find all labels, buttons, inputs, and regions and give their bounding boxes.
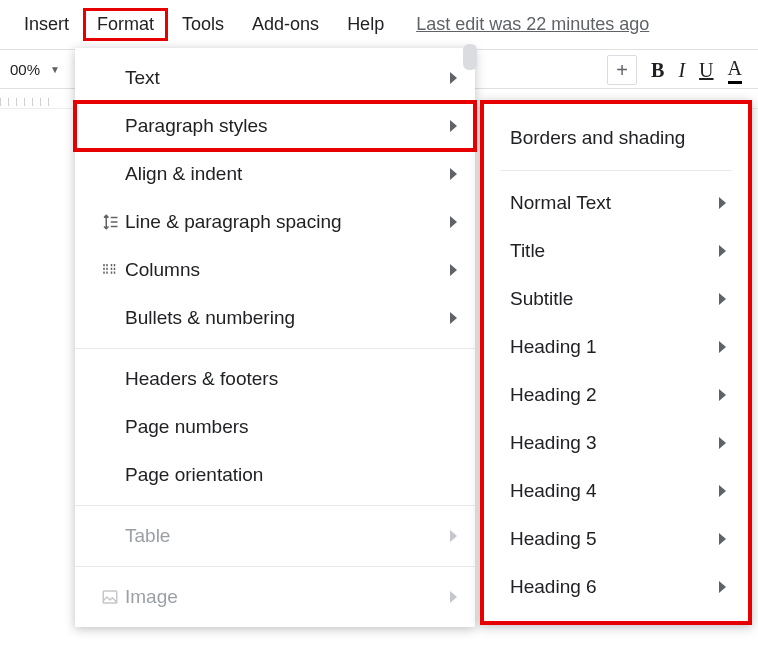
submenu-item-title[interactable]: Title (484, 227, 748, 275)
svg-rect-10 (114, 268, 116, 270)
bold-button[interactable]: B (651, 59, 664, 82)
svg-rect-1 (103, 268, 105, 270)
menu-item-label: Page numbers (125, 416, 457, 438)
menu-item-label: Columns (125, 259, 450, 281)
menu-help[interactable]: Help (333, 8, 398, 41)
chevron-right-icon (450, 120, 457, 132)
menu-separator (75, 505, 475, 506)
menu-format[interactable]: Format (83, 8, 168, 41)
chevron-right-icon (719, 437, 726, 449)
text-color-button[interactable]: A (728, 57, 742, 84)
svg-rect-5 (106, 272, 108, 274)
menu-item-label: Align & indent (125, 163, 450, 185)
submenu-item-label: Heading 3 (510, 432, 719, 454)
chevron-right-icon (719, 293, 726, 305)
line-spacing-icon (95, 213, 125, 231)
svg-rect-4 (106, 268, 108, 270)
submenu-item-label: Normal Text (510, 192, 719, 214)
chevron-right-icon (719, 485, 726, 497)
chevron-right-icon (450, 264, 457, 276)
menu-item-label: Line & paragraph spacing (125, 211, 450, 233)
chevron-right-icon (450, 168, 457, 180)
chevron-right-icon (719, 581, 726, 593)
chevron-right-icon (450, 216, 457, 228)
chevron-right-icon (719, 245, 726, 257)
submenu-item-label: Heading 5 (510, 528, 719, 550)
svg-rect-0 (103, 264, 105, 266)
submenu-item-label: Heading 1 (510, 336, 719, 358)
svg-rect-11 (114, 272, 116, 274)
menu-item-align-indent[interactable]: Align & indent (75, 150, 475, 198)
menu-item-label: Page orientation (125, 464, 457, 486)
menu-item-label: Table (125, 525, 450, 547)
menu-item-line-spacing[interactable]: Line & paragraph spacing (75, 198, 475, 246)
chevron-right-icon (450, 530, 457, 542)
underline-button[interactable]: U (699, 59, 713, 82)
menu-item-text[interactable]: Text (75, 54, 475, 102)
submenu-item-borders-shading[interactable]: Borders and shading (484, 114, 748, 162)
menu-item-headers-footers[interactable]: Headers & footers (75, 355, 475, 403)
menu-item-label: Text (125, 67, 450, 89)
ruler-ticks (0, 98, 55, 106)
menu-addons[interactable]: Add-ons (238, 8, 333, 41)
submenu-item-label: Title (510, 240, 719, 262)
menu-separator (500, 170, 732, 171)
increase-button[interactable]: + (607, 55, 637, 85)
menu-item-bullets-numbering[interactable]: Bullets & numbering (75, 294, 475, 342)
format-toolbar-right: + B I U A (607, 50, 742, 90)
menu-item-paragraph-styles[interactable]: Paragraph styles (75, 102, 475, 150)
menu-item-label: Bullets & numbering (125, 307, 450, 329)
chevron-right-icon (450, 312, 457, 324)
zoom-dropdown[interactable]: 00% ▼ (6, 61, 60, 78)
submenu-item-heading-5[interactable]: Heading 5 (484, 515, 748, 563)
svg-rect-6 (111, 264, 113, 266)
menu-item-label: Headers & footers (125, 368, 457, 390)
last-edit-link[interactable]: Last edit was 22 minutes ago (416, 14, 649, 35)
submenu-item-label: Heading 6 (510, 576, 719, 598)
submenu-item-label: Heading 4 (510, 480, 719, 502)
menubar: Insert Format Tools Add-ons Help Last ed… (0, 0, 758, 49)
menu-item-label: Paragraph styles (125, 115, 450, 137)
svg-rect-8 (111, 272, 113, 274)
svg-rect-2 (103, 272, 105, 274)
svg-rect-7 (111, 268, 113, 270)
chevron-right-icon (450, 72, 457, 84)
image-icon (95, 588, 125, 606)
menu-item-page-orientation[interactable]: Page orientation (75, 451, 475, 499)
menu-insert[interactable]: Insert (10, 8, 83, 41)
submenu-item-normal-text[interactable]: Normal Text (484, 179, 748, 227)
menu-tools[interactable]: Tools (168, 8, 238, 41)
submenu-item-heading-6[interactable]: Heading 6 (484, 563, 748, 611)
chevron-right-icon (450, 591, 457, 603)
format-menu-dropdown: Text Paragraph styles Align & indent Lin… (75, 48, 475, 627)
chevron-right-icon (719, 341, 726, 353)
chevron-right-icon (719, 533, 726, 545)
submenu-item-heading-1[interactable]: Heading 1 (484, 323, 748, 371)
menu-item-page-numbers[interactable]: Page numbers (75, 403, 475, 451)
paragraph-styles-submenu: Borders and shading Normal Text Title Su… (480, 100, 752, 625)
submenu-item-heading-3[interactable]: Heading 3 (484, 419, 748, 467)
menu-item-label: Image (125, 586, 450, 608)
submenu-item-subtitle[interactable]: Subtitle (484, 275, 748, 323)
menu-item-table: Table (75, 512, 475, 560)
svg-rect-3 (106, 264, 108, 266)
submenu-item-heading-4[interactable]: Heading 4 (484, 467, 748, 515)
chevron-right-icon (719, 389, 726, 401)
chevron-down-icon: ▼ (50, 64, 60, 75)
menu-item-columns[interactable]: Columns (75, 246, 475, 294)
menu-item-image: Image (75, 573, 475, 621)
submenu-item-label: Borders and shading (510, 127, 726, 149)
svg-rect-9 (114, 264, 116, 266)
columns-icon (95, 261, 125, 279)
zoom-value: 00% (10, 61, 40, 78)
chevron-right-icon (719, 197, 726, 209)
menu-separator (75, 566, 475, 567)
submenu-item-heading-2[interactable]: Heading 2 (484, 371, 748, 419)
italic-button[interactable]: I (678, 59, 685, 82)
submenu-item-label: Subtitle (510, 288, 719, 310)
menu-separator (75, 348, 475, 349)
submenu-item-label: Heading 2 (510, 384, 719, 406)
